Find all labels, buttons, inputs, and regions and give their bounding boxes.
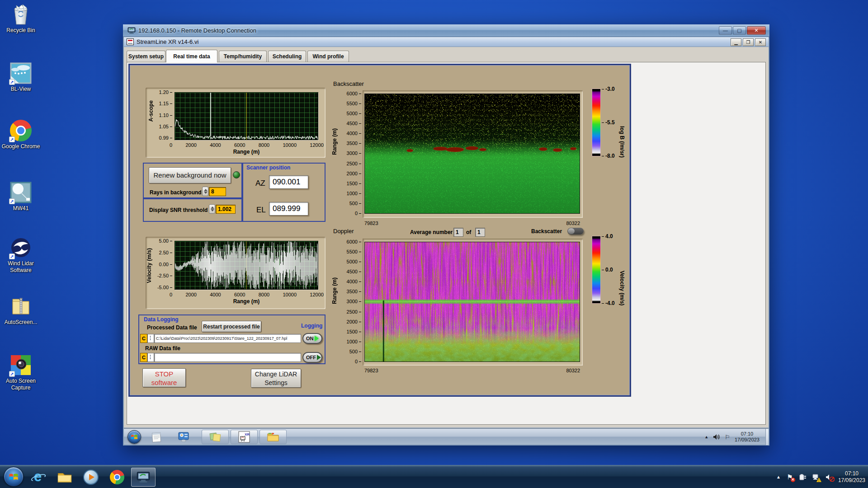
- app-close-button[interactable]: ✕: [755, 38, 766, 46]
- remote-taskbar-notepad[interactable]: [150, 431, 163, 443]
- desktop-icon-wind-lidar[interactable]: ➚ Wind Lidar Software: [0, 237, 42, 274]
- snr-spinner[interactable]: [209, 204, 215, 214]
- auto-screen-capture-icon: ➚: [10, 354, 32, 376]
- rdp-titlebar[interactable]: 192.168.0.150 - Remote Desktop Connectio…: [123, 24, 769, 37]
- doppler-y-axis-label: Range (m): [331, 277, 338, 304]
- app-restore-button[interactable]: ❐: [743, 38, 754, 46]
- taskbar-media-player[interactable]: [80, 468, 101, 487]
- doppler-colorbar: [592, 236, 601, 304]
- processed-logging-on-button[interactable]: ON: [302, 333, 322, 344]
- drive-letter-box[interactable]: C: [140, 353, 147, 362]
- scanner-position-box: Scanner position AZ 090.001 EL 089.999: [242, 163, 326, 222]
- average-number-field[interactable]: 1: [453, 228, 463, 237]
- velocity-y-ticks: 5.002.500.00-2.50-5.00: [154, 239, 172, 290]
- remote-start-button[interactable]: [127, 430, 141, 444]
- remote-taskbar-sticky-notes[interactable]: [202, 430, 229, 444]
- remote-taskbar-settings[interactable]: [177, 431, 190, 443]
- media-player-icon: [83, 469, 99, 485]
- rdp-window-title: 192.168.0.150 - Remote Desktop Connectio…: [138, 27, 256, 34]
- app-titlebar[interactable]: StreamLine XR v14-6.vi ▁ ❐ ✕: [124, 37, 769, 47]
- velocity-x-axis-label: Range (m): [175, 298, 318, 305]
- change-lidar-settings-button[interactable]: Change LiDARSettings: [251, 369, 301, 388]
- taskbar-internet-explorer[interactable]: e: [28, 468, 49, 487]
- recycle-bin-icon: [10, 4, 32, 25]
- tab-system-setup[interactable]: System setup: [127, 51, 165, 62]
- tray-expand-icon[interactable]: ▲: [776, 474, 781, 479]
- remote-volume-icon[interactable]: [713, 434, 720, 440]
- front-panel: A-scope 1.201.151.101.050.99 02000400060…: [128, 64, 631, 397]
- snr-value-field[interactable]: 1.002: [216, 205, 236, 214]
- processed-path-field[interactable]: C:\Lidar\Data\Proc\2023\202309\20230917\…: [154, 334, 301, 343]
- backscatter-toggle[interactable]: [567, 228, 584, 235]
- remote-taskbar-streamline-xr[interactable]: XR: [231, 430, 258, 444]
- app-minimize-button[interactable]: ▁: [731, 38, 741, 46]
- taskbar-windows-explorer[interactable]: [54, 468, 75, 487]
- snr-threshold-box: Display SNR threshold 1.002: [143, 198, 242, 222]
- desktop-icon-mw41[interactable]: ➚ MW41: [0, 182, 42, 212]
- snr-threshold-label: Display SNR threshold: [149, 207, 208, 213]
- tab-wind-profile[interactable]: Wind profile: [307, 51, 349, 62]
- rays-in-background-label: Rays in background: [150, 189, 202, 196]
- desktop-icon-bl-view[interactable]: ➚ BL-View: [0, 62, 42, 93]
- remote-taskbar-explorer[interactable]: [259, 430, 287, 444]
- average-total-field[interactable]: 1: [475, 228, 485, 237]
- mute-badge-icon: [830, 477, 835, 482]
- el-label: EL: [256, 206, 266, 215]
- shortcut-arrow-icon: ➚: [9, 371, 15, 377]
- doppler-y-ticks: 6000550050004500400035003000250020001500…: [341, 239, 361, 364]
- tab-temp-humidity[interactable]: Temp/humidity: [219, 51, 267, 62]
- rdp-minimize-button[interactable]: —: [719, 26, 732, 35]
- velocity-plot: [175, 241, 318, 290]
- action-center-icon[interactable]: ⚑✕: [786, 473, 794, 481]
- backscatter-toggle-label: Backscatter: [531, 228, 562, 235]
- restart-processed-file-button[interactable]: Restart processed file: [202, 321, 261, 332]
- mw41-icon: ➚: [10, 182, 32, 203]
- tab-real-time-data[interactable]: Real time data: [166, 50, 217, 62]
- taskbar-chrome[interactable]: [107, 468, 127, 487]
- shortcut-arrow-icon: ➚: [9, 79, 15, 85]
- volume-muted-icon[interactable]: [825, 473, 833, 481]
- remote-tray-expand-icon[interactable]: ▲: [704, 435, 708, 439]
- backscatter-title: Backscatter: [333, 80, 364, 87]
- network-warning-icon: !: [816, 478, 821, 482]
- windows-flag-icon: [131, 433, 138, 441]
- streamline-xr-icon: XR: [238, 431, 250, 443]
- network-icon[interactable]: !: [812, 473, 820, 481]
- path-browse-icon[interactable]: [147, 334, 154, 343]
- desktop-icon-label: AutoScreen...: [0, 319, 42, 326]
- taskbar-remote-desktop-active[interactable]: [131, 468, 156, 487]
- desktop-icon-auto-screen-capture[interactable]: ➚ Auto Screen Capture: [0, 354, 42, 391]
- desktop-icon-google-chrome[interactable]: ➚ Google Chrome: [0, 120, 42, 150]
- rdp-app-icon: [137, 471, 150, 483]
- start-button[interactable]: [4, 467, 24, 487]
- stop-software-button[interactable]: STOPsoftware: [142, 368, 186, 387]
- rays-spinner[interactable]: [202, 187, 208, 196]
- desktop-icon-recycle-bin[interactable]: Recycle Bin: [0, 4, 42, 34]
- remote-show-desktop-button[interactable]: [765, 429, 769, 445]
- doppler-colorbar-ticks: 4.00.0-4.0: [602, 234, 615, 306]
- tab-scheduling[interactable]: Scheduling: [268, 51, 306, 62]
- power-icon[interactable]: [799, 473, 807, 481]
- rays-value-field[interactable]: 8: [209, 187, 226, 196]
- rdp-maximize-button[interactable]: ▢: [733, 26, 746, 35]
- raw-logging-off-button[interactable]: OFF: [302, 352, 322, 363]
- path-browse-icon[interactable]: [147, 353, 154, 362]
- taskbar-clock[interactable]: 07:1017/09/2023: [838, 470, 865, 484]
- labview-vi-icon: [127, 38, 134, 45]
- ascope-y-axis-label: A-scope: [148, 100, 154, 122]
- processed-data-file-label: Processed Data file: [147, 324, 197, 331]
- renew-background-led: [233, 171, 240, 178]
- remote-action-center-icon[interactable]: ⚐: [725, 434, 730, 441]
- data-logging-box: Data Logging Processed Data file Restart…: [138, 314, 326, 364]
- renew-background-button[interactable]: Renew background now: [149, 167, 231, 183]
- ascope-x-ticks: 020004000600080001000012000: [170, 142, 324, 148]
- drive-letter-box[interactable]: C: [140, 334, 147, 343]
- on-led-icon: [315, 336, 319, 341]
- desktop-icon-autoscreen-zip[interactable]: AutoScreen...: [0, 296, 42, 326]
- az-label: AZ: [255, 179, 265, 188]
- raw-path-field[interactable]: [154, 353, 301, 362]
- svg-text:XR: XR: [245, 432, 250, 436]
- rdp-close-button[interactable]: ✕: [747, 26, 766, 35]
- remote-clock[interactable]: 07:1017/09/2023: [735, 431, 760, 443]
- background-controls-box: Renew background now Rays in background …: [143, 163, 242, 198]
